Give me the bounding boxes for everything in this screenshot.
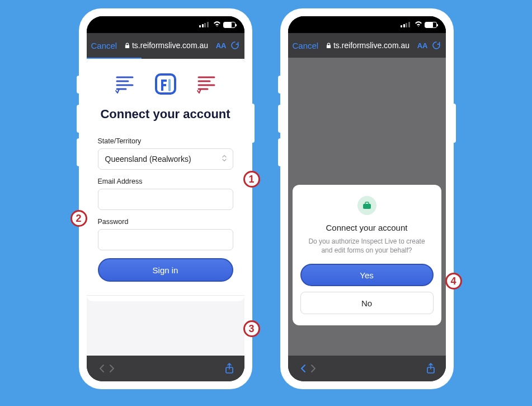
safari-urlbar: Cancel ts.reiformslive.com.au AA [288, 33, 446, 58]
screen-right: Cancel ts.reiformslive.com.au AA [288, 16, 446, 381]
cancel-button[interactable]: Cancel [293, 41, 319, 50]
step-badge-4: 4 [445, 273, 462, 290]
safari-bottom-nav [288, 356, 446, 381]
modal-title: Connect your account [300, 223, 434, 232]
signal-icon [401, 22, 410, 27]
url-text[interactable]: ts.reiformslive.com.au [120, 41, 213, 50]
login-form: State/Territory Queensland (Realworks) E… [87, 125, 244, 286]
yes-button[interactable]: Yes [300, 264, 434, 286]
status-bar [87, 16, 244, 33]
logo-row [87, 71, 244, 97]
step-badge-3: 3 [243, 320, 260, 337]
status-bar [288, 16, 446, 33]
password-label: Password [98, 218, 233, 226]
canvas: 1 2 3 Cancel ts.reiformslive.com.au [0, 0, 532, 406]
battery-icon [425, 22, 437, 28]
inspect-logo-icon [114, 74, 136, 94]
share-button[interactable] [426, 363, 436, 374]
battery-icon [223, 22, 236, 28]
no-button[interactable]: No [300, 292, 434, 314]
divider [87, 295, 244, 296]
safari-urlbar: Cancel ts.reiformslive.com.au AA [87, 33, 244, 58]
headline: Connect your account [87, 107, 244, 122]
signin-button[interactable]: Sign in [98, 258, 233, 282]
phone-right: Cancel ts.reiformslive.com.au AA [280, 8, 454, 389]
forward-button[interactable] [107, 363, 117, 374]
auth-modal: Connect your account Do you authorize In… [293, 185, 441, 325]
url-text[interactable]: ts.reiformslive.com.au [322, 41, 414, 50]
reader-aa-button[interactable]: AA [417, 41, 428, 50]
password-field[interactable] [98, 229, 233, 250]
back-button[interactable] [97, 363, 107, 374]
page-content: Connect your account State/Territory Que… [87, 59, 244, 356]
page-content: Connect your account Do you authorize In… [288, 58, 446, 356]
email-label: Email Address [98, 178, 233, 185]
chevron-updown-icon [222, 155, 227, 164]
email-field[interactable] [98, 189, 233, 210]
reader-aa-button[interactable]: AA [216, 41, 227, 50]
reload-button[interactable] [230, 40, 240, 50]
lock-icon [125, 43, 130, 49]
svg-rect-10 [363, 204, 371, 209]
state-value: Queensland (Realworks) [105, 155, 191, 164]
realworks-logo-icon [195, 74, 218, 94]
url-label: ts.reiformslive.com.au [333, 41, 409, 50]
back-button[interactable] [298, 363, 308, 374]
formslive-logo-icon [153, 71, 178, 97]
state-label: State/Territory [98, 137, 233, 145]
modal-text: Do you authorize Inspect Live to create … [300, 237, 434, 255]
phone-row: 1 2 3 Cancel ts.reiformslive.com.au [17, 8, 515, 398]
step-badge-2: 2 [70, 210, 87, 227]
cancel-button[interactable]: Cancel [91, 41, 117, 50]
wifi-icon [213, 22, 221, 27]
login-card: Connect your account State/Territory Que… [87, 59, 244, 301]
reload-button[interactable] [431, 40, 441, 50]
forward-button[interactable] [308, 363, 318, 374]
step-badge-1: 1 [243, 171, 260, 188]
share-button[interactable] [224, 363, 234, 374]
lock-icon [326, 43, 331, 49]
url-label: ts.reiformslive.com.au [132, 41, 208, 50]
phone-right-wrap: 4 Cancel ts.reiformslive.com.au [280, 8, 454, 389]
phone-left: Cancel ts.reiformslive.com.au AA [79, 8, 252, 389]
signal-icon [199, 22, 209, 27]
briefcase-icon [357, 196, 376, 215]
wifi-icon [415, 22, 422, 27]
state-select[interactable]: Queensland (Realworks) [98, 148, 233, 170]
safari-bottom-nav [87, 356, 244, 381]
screen-left: Cancel ts.reiformslive.com.au AA [87, 16, 244, 381]
phone-left-wrap: 1 2 3 Cancel ts.reiformslive.com.au [79, 8, 252, 389]
